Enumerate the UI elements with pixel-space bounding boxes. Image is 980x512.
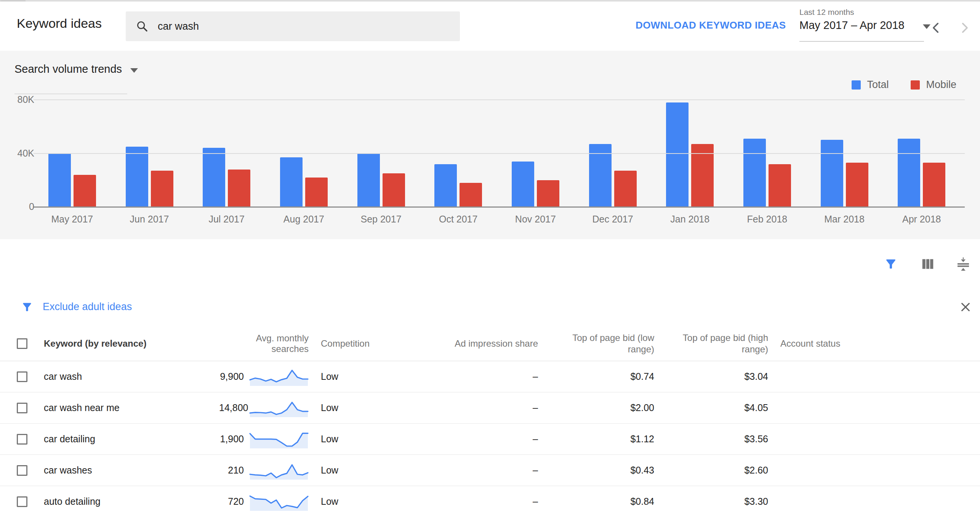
search-input[interactable] [157, 20, 433, 33]
column-header-top-of-page-bid-low[interactable]: Top of page bid (low range) [541, 332, 657, 355]
legend-label: Mobile [926, 79, 956, 91]
bar-total [280, 157, 303, 207]
filter-icon [21, 301, 33, 313]
bar-total [743, 139, 766, 207]
bar-total [434, 164, 457, 207]
bar-total [203, 148, 225, 207]
table-row[interactable]: car detailing1,900Low–$1.12$3.56 [0, 424, 980, 455]
competition-cell: Low [311, 371, 385, 382]
avg-monthly-searches-cell: 14,800 [219, 402, 244, 413]
trend-cell [244, 399, 311, 417]
column-header-top-of-page-bid-high[interactable]: Top of page bid (high range) [657, 332, 770, 355]
x-axis-label: Sep 2017 [343, 214, 420, 225]
x-axis-label: Aug 2017 [265, 214, 343, 225]
table-toolbar [0, 239, 980, 289]
legend-swatch [911, 80, 920, 90]
table-row[interactable]: car washes210Low–$0.43$2.60 [0, 455, 980, 486]
close-icon[interactable] [959, 301, 972, 313]
chart-type-dropdown[interactable]: Search volume trends [14, 63, 138, 75]
ad-impression-share-cell: – [385, 371, 541, 382]
table-row[interactable]: car wash9,900Low–$0.74$3.04 [0, 361, 980, 392]
collapse-rows-icon[interactable] [956, 257, 970, 271]
filter-chip-exclude-adult-ideas[interactable]: Exclude adult ideas [43, 301, 132, 313]
row-select-cell [0, 403, 44, 413]
row-checkbox[interactable] [17, 465, 27, 476]
bar-total [357, 153, 380, 207]
chevron-down-icon [923, 24, 930, 29]
competition-cell: Low [311, 465, 385, 476]
legend-swatch [852, 80, 861, 90]
x-axis-label: Oct 2017 [420, 214, 497, 225]
row-checkbox[interactable] [17, 496, 27, 507]
row-checkbox[interactable] [17, 403, 27, 413]
date-range-dropdown[interactable]: May 2017 – Apr 2018 [799, 19, 930, 32]
table-row[interactable]: car wash near me14,800Low–$2.00$4.05 [0, 392, 980, 424]
bid-high-cell: $3.56 [657, 434, 770, 445]
bar-mobile [305, 178, 328, 207]
bar-mobile [228, 170, 250, 207]
keyword-cell: auto detailing [44, 496, 219, 507]
bar-mobile [383, 173, 405, 207]
row-select-cell [0, 434, 44, 445]
keyword-cell: car detailing [44, 434, 219, 445]
row-checkbox[interactable] [17, 371, 27, 382]
ad-impression-share-cell: – [385, 496, 541, 507]
column-header-avg-monthly-searches[interactable]: Avg. monthly searches [219, 333, 311, 354]
legend-label: Total [867, 79, 889, 91]
bid-low-cell: $2.00 [541, 402, 657, 413]
y-gridline [34, 99, 965, 100]
download-keyword-ideas-button[interactable]: DOWNLOAD KEYWORD IDEAS [636, 19, 786, 31]
trend-cell [244, 493, 311, 511]
table-body: car wash9,900Low–$0.74$3.04car wash near… [0, 361, 980, 512]
select-all-checkbox[interactable] [17, 338, 27, 349]
keyword-search-box[interactable] [126, 11, 460, 41]
date-range-caption: Last 12 months [799, 8, 854, 17]
x-axis-label: Dec 2017 [574, 214, 652, 225]
x-axis-label: Feb 2018 [729, 214, 806, 225]
next-period-button[interactable] [958, 21, 971, 34]
bid-high-cell: $4.05 [657, 402, 770, 413]
columns-icon[interactable] [921, 257, 935, 271]
search-volume-trends-chart: Search volume trends TotalMobile May 201… [0, 51, 980, 240]
bid-low-cell: $0.74 [541, 371, 657, 382]
bid-low-cell: $0.43 [541, 465, 657, 476]
column-header-competition[interactable]: Competition [311, 338, 385, 349]
bar-total [48, 153, 71, 207]
bid-low-cell: $0.84 [541, 496, 657, 507]
x-axis-label: Mar 2018 [806, 214, 883, 225]
column-header-ad-impression-share[interactable]: Ad impression share [385, 338, 541, 349]
avg-monthly-searches-cell: 720 [219, 496, 244, 507]
x-axis-label: Nov 2017 [497, 214, 574, 225]
header-bar: Keyword ideas DOWNLOAD KEYWORD IDEAS Las… [0, 2, 980, 51]
trend-cell [244, 461, 311, 480]
column-header-keyword[interactable]: Keyword (by relevance) [44, 338, 219, 349]
ad-impression-share-cell: – [385, 465, 541, 476]
y-axis-tick: 0 [5, 201, 34, 212]
filter-icon[interactable] [884, 257, 898, 271]
bid-low-cell: $1.12 [541, 434, 657, 445]
column-header-label: Top of page bid (low range) [565, 332, 654, 355]
avg-monthly-searches-cell: 1,900 [219, 434, 244, 445]
column-header-label: Top of page bid (high range) [679, 332, 768, 355]
legend-item-mobile: Mobile [911, 79, 956, 91]
previous-period-button[interactable] [930, 21, 943, 34]
x-axis-label: Jan 2018 [651, 214, 729, 225]
column-header-account-status[interactable]: Account status [770, 338, 980, 349]
bar-mobile [769, 164, 791, 207]
bid-high-cell: $3.30 [657, 496, 770, 507]
table-row[interactable]: auto detailing720Low–$0.84$3.30 [0, 486, 980, 512]
select-all-cell [0, 338, 44, 349]
bar-mobile [151, 171, 173, 207]
row-checkbox[interactable] [17, 434, 27, 445]
trend-sparkline [248, 399, 309, 417]
date-range-underline [799, 41, 924, 42]
x-axis-line [34, 206, 965, 208]
chevron-down-icon [130, 68, 138, 73]
x-axis-label: Jun 2017 [111, 214, 188, 225]
competition-cell: Low [311, 402, 385, 413]
keyword-cell: car wash near me [44, 402, 219, 413]
chart-months: May 2017Jun 2017Jul 2017Aug 2017Sep 2017… [34, 214, 960, 225]
bar-mobile [460, 183, 482, 207]
active-filter-bar: Exclude adult ideas [0, 288, 980, 326]
bar-mobile [74, 175, 96, 207]
